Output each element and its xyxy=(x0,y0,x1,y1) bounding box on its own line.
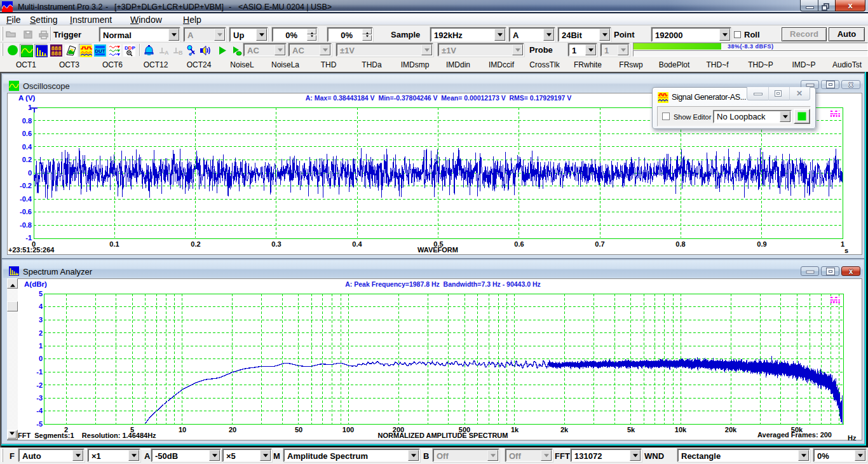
svg-text:A: A xyxy=(165,50,169,56)
svg-text:888: 888 xyxy=(51,51,61,57)
svg-text:DDP: DDP xyxy=(125,45,135,51)
svg-text:DUT: DUT xyxy=(95,48,105,54)
svg-text:B: B xyxy=(179,50,183,56)
